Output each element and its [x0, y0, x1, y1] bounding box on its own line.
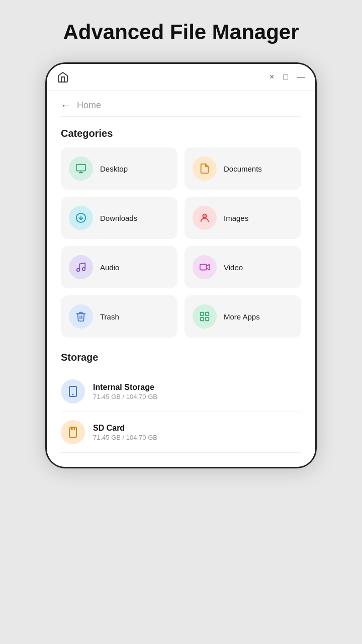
svg-rect-9	[200, 265, 207, 270]
app-content: ← Home Categories Desktop	[47, 91, 315, 467]
internal-storage-icon	[61, 379, 85, 404]
video-label: Video	[224, 263, 243, 272]
category-images[interactable]: Images	[185, 197, 301, 239]
storage-sdcard[interactable]: SD Card 71.45 GB / 104.70 GB	[61, 412, 301, 453]
storage-section-title: Storage	[61, 352, 301, 363]
categories-grid: Desktop Documents	[61, 147, 301, 338]
desktop-label: Desktop	[100, 165, 128, 173]
internal-storage-name: Internal Storage	[93, 383, 157, 392]
documents-label: Documents	[224, 165, 262, 173]
images-label: Images	[224, 214, 248, 222]
nav-location: Home	[77, 100, 101, 111]
more-apps-icon	[193, 304, 217, 329]
category-audio[interactable]: Audio	[61, 246, 177, 288]
sdcard-size: 71.45 GB / 104.70 GB	[93, 434, 157, 441]
internal-storage-info: Internal Storage 71.45 GB / 104.70 GB	[93, 383, 157, 400]
category-documents[interactable]: Documents	[185, 147, 301, 190]
trash-icon	[69, 304, 93, 329]
svg-rect-12	[201, 317, 204, 320]
svg-rect-13	[206, 317, 209, 320]
page-title: Advanced File Manager	[63, 20, 299, 44]
svg-rect-0	[76, 165, 85, 171]
desktop-icon	[69, 156, 93, 181]
category-video[interactable]: Video	[185, 246, 301, 288]
categories-section-title: Categories	[61, 128, 301, 139]
sdcard-name: SD Card	[93, 424, 157, 433]
storage-internal[interactable]: Internal Storage 71.45 GB / 104.70 GB	[61, 371, 301, 412]
svg-point-6	[204, 215, 206, 217]
video-icon	[193, 255, 217, 279]
images-icon	[193, 206, 217, 230]
window-controls: × □ —	[269, 72, 305, 82]
close-button[interactable]: ×	[269, 72, 274, 82]
storage-section: Storage Internal Storage 71.45 GB / 104.…	[61, 352, 301, 453]
category-trash[interactable]: Trash	[61, 295, 177, 338]
documents-icon	[193, 156, 217, 181]
svg-point-7	[77, 269, 80, 272]
sdcard-info: SD Card 71.45 GB / 104.70 GB	[93, 424, 157, 441]
home-icon	[57, 71, 69, 83]
maximize-button[interactable]: □	[283, 72, 288, 82]
svg-rect-11	[206, 312, 209, 315]
category-desktop[interactable]: Desktop	[61, 147, 177, 190]
svg-rect-10	[201, 312, 204, 315]
back-button[interactable]: ←	[61, 100, 71, 111]
svg-point-8	[82, 268, 85, 271]
sdcard-icon	[61, 420, 85, 444]
more-apps-label: More Apps	[224, 312, 260, 321]
downloads-icon	[69, 206, 93, 230]
minimize-button[interactable]: —	[297, 72, 305, 82]
downloads-label: Downloads	[100, 214, 137, 222]
trash-label: Trash	[100, 312, 119, 321]
category-more-apps[interactable]: More Apps	[185, 295, 301, 338]
title-bar: × □ —	[47, 64, 315, 91]
audio-label: Audio	[100, 263, 119, 272]
phone-frame: × □ — ← Home Categories Des	[45, 62, 317, 468]
nav-bar: ← Home	[61, 91, 301, 117]
audio-icon	[69, 255, 93, 279]
internal-storage-size: 71.45 GB / 104.70 GB	[93, 393, 157, 400]
category-downloads[interactable]: Downloads	[61, 197, 177, 239]
